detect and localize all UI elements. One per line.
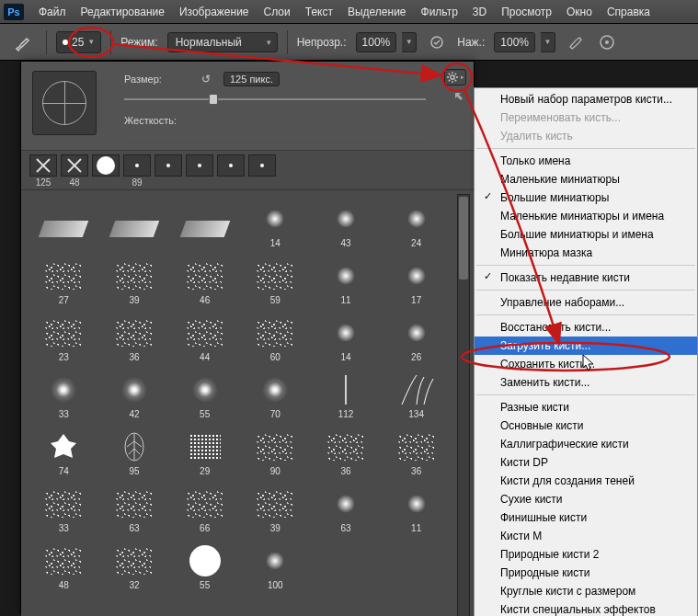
ctx-item[interactable]: Восстановить кисти... — [475, 318, 697, 337]
brush-preset[interactable]: 46 — [169, 251, 240, 308]
flow-dropdown[interactable]: ▼ — [541, 32, 555, 52]
menu-редактирован[interactable]: Редактирование — [74, 6, 172, 18]
menu-окно[interactable]: Окно — [559, 6, 600, 18]
brush-preset[interactable]: 11 — [311, 251, 382, 308]
ctx-item[interactable]: Природные кисти 2 — [475, 545, 697, 564]
brush-preset[interactable]: 11 — [381, 479, 452, 536]
ctx-item[interactable]: Круглые кисти с размером — [475, 582, 697, 600]
brush-preset[interactable]: 14 — [240, 194, 311, 251]
brush-preset[interactable]: 134 — [381, 365, 452, 422]
recent-brush[interactable] — [91, 154, 120, 188]
pressure-opacity-icon[interactable] — [426, 31, 448, 53]
brush-preset[interactable]: 44 — [169, 308, 240, 365]
brush-preset[interactable] — [29, 194, 99, 251]
brush-preset[interactable]: 66 — [169, 479, 240, 536]
brush-preset[interactable]: 90 — [240, 422, 311, 479]
recent-brush[interactable]: 48 — [60, 154, 89, 188]
menu-просмотр[interactable]: Просмотр — [494, 6, 559, 18]
brush-preset[interactable]: 55 — [169, 365, 240, 422]
ctx-item[interactable]: Маленькие миниатюры и имена — [475, 207, 697, 225]
reset-size-icon[interactable]: ↺ — [198, 71, 214, 87]
ctx-item[interactable]: Кисти DP — [475, 453, 697, 472]
size-value-input[interactable]: 125 пикс. — [223, 72, 280, 86]
brush-size-dropdown[interactable]: 25 ▼ — [56, 31, 101, 53]
brush-preset[interactable]: 33 — [29, 479, 99, 536]
brush-preset[interactable]: 100 — [240, 536, 311, 593]
ctx-item[interactable]: Кисти специальных эффектов — [475, 600, 697, 616]
brush-preset[interactable]: 43 — [311, 194, 382, 251]
flyout-icon[interactable] — [453, 91, 464, 105]
brush-preset[interactable]: 63 — [311, 479, 382, 536]
ctx-item[interactable]: Сухие кисти — [475, 490, 697, 508]
ctx-item[interactable]: Новый набор параметров кисти... — [475, 90, 697, 108]
brush-preset[interactable]: 48 — [29, 536, 99, 593]
menu-слои[interactable]: Слои — [257, 6, 298, 18]
brush-preset[interactable]: 39 — [99, 251, 170, 308]
recent-brush[interactable] — [247, 154, 277, 188]
menu-файл[interactable]: Файл — [31, 6, 74, 18]
brush-preset[interactable]: 23 — [29, 308, 99, 365]
brush-preset[interactable]: 14 — [311, 308, 382, 365]
ctx-item[interactable]: Сохранить кисти... — [475, 355, 697, 373]
ctx-item[interactable]: Основные кисти — [475, 416, 697, 435]
opacity-dropdown[interactable]: ▼ — [402, 32, 417, 52]
brush-preset[interactable] — [311, 536, 382, 593]
recent-brush[interactable] — [185, 154, 214, 188]
hardness-slider[interactable] — [124, 131, 426, 144]
ctx-item[interactable]: Природные кисти — [475, 564, 697, 582]
brush-preset[interactable] — [169, 194, 240, 251]
ctx-item[interactable]: Показать недавние кисти — [475, 268, 697, 287]
ctx-item[interactable]: Миниатюра мазка — [475, 244, 697, 262]
brush-tool-icon[interactable] — [9, 31, 37, 53]
brush-preset[interactable]: 36 — [381, 422, 452, 479]
brush-preset[interactable]: 60 — [240, 308, 311, 365]
ctx-item[interactable]: Загрузить кисти... — [475, 337, 697, 355]
brush-preset[interactable]: 42 — [99, 365, 170, 422]
ctx-item[interactable]: Заменить кисти... — [475, 373, 697, 392]
ctx-item[interactable]: Только имена — [475, 152, 697, 170]
ctx-item[interactable]: Управление наборами... — [475, 293, 697, 312]
ctx-item[interactable]: Маленькие миниатюры — [475, 170, 697, 188]
brush-preset[interactable]: 26 — [381, 308, 452, 365]
brush-preset[interactable]: 32 — [99, 536, 170, 593]
brush-preset[interactable]: 59 — [240, 251, 311, 308]
blend-mode-dropdown[interactable]: Нормальный — [167, 32, 278, 52]
brush-preset[interactable]: 27 — [29, 251, 99, 308]
brush-preset[interactable]: 112 — [311, 365, 382, 422]
flow-input[interactable]: 100% — [494, 32, 535, 52]
brush-preset[interactable]: 63 — [99, 479, 170, 536]
menu-выделение[interactable]: Выделение — [340, 6, 414, 18]
brush-preset[interactable]: 29 — [169, 422, 240, 479]
brush-grid-scrollbar[interactable] — [457, 194, 470, 616]
brush-preset[interactable]: 39 — [240, 479, 311, 536]
recent-brush[interactable]: 125 — [29, 154, 58, 188]
ctx-item[interactable]: Разные кисти — [475, 398, 697, 416]
recent-brush[interactable]: 89 — [122, 154, 152, 188]
ctx-item[interactable]: Большие миниатюры и имена — [475, 225, 697, 244]
airbrush-icon[interactable] — [565, 31, 587, 53]
recent-brush[interactable] — [216, 154, 246, 188]
brush-preset[interactable] — [381, 536, 452, 593]
pressure-size-icon[interactable] — [596, 31, 618, 53]
brush-preset[interactable]: 74 — [29, 422, 99, 479]
brush-tip-preview[interactable] — [32, 71, 97, 135]
ctx-item[interactable]: Финишные кисти — [475, 508, 697, 527]
brush-preset[interactable]: 36 — [311, 422, 382, 479]
ctx-item[interactable]: Каллиграфические кисти — [475, 435, 697, 453]
menu-фильтр[interactable]: Фильтр — [414, 6, 465, 18]
menu-текст[interactable]: Текст — [298, 6, 340, 18]
brush-preset[interactable]: 36 — [99, 308, 170, 365]
brush-preset[interactable]: 95 — [99, 422, 170, 479]
opacity-input[interactable]: 100% — [356, 32, 397, 52]
brush-preset[interactable]: 17 — [381, 251, 452, 308]
ctx-item[interactable]: Кисти для создания теней — [475, 472, 697, 490]
recent-brush[interactable] — [154, 154, 183, 188]
menu-справка[interactable]: Справка — [600, 6, 658, 18]
size-slider[interactable] — [124, 93, 426, 106]
panel-menu-button[interactable]: ▸ — [444, 69, 466, 86]
brush-preset[interactable] — [99, 194, 170, 251]
ctx-item[interactable]: Большие миниатюры — [475, 188, 697, 207]
brush-preset[interactable]: 70 — [240, 365, 311, 422]
scrollbar-handle[interactable] — [459, 197, 468, 279]
brush-preset[interactable]: 24 — [381, 194, 452, 251]
